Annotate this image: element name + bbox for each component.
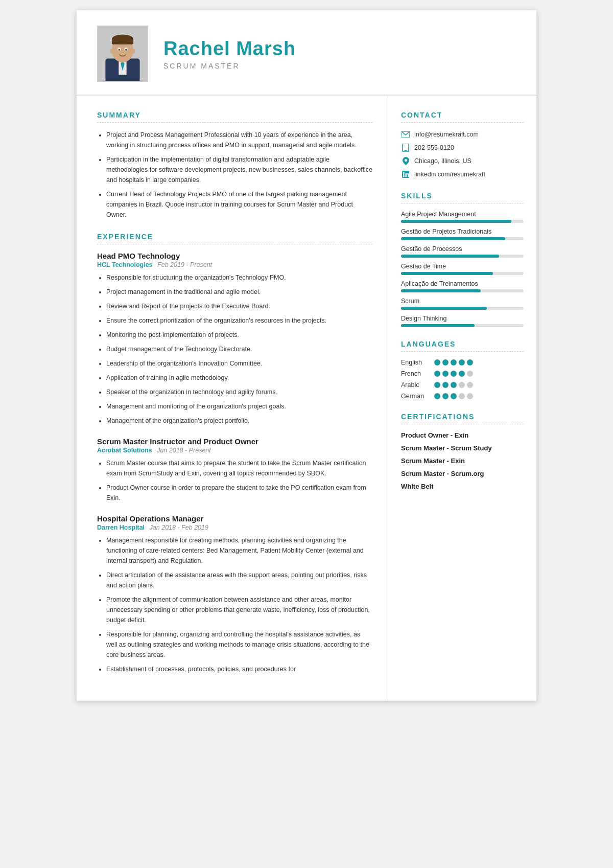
language-item: French [401,370,524,377]
language-dot [442,371,449,377]
job-2-date: Jun 2018 - Present [157,447,211,454]
list-item: Project management in the traditional an… [106,287,372,297]
languages-divider [401,351,524,352]
job-1-bullets: Responsible for structuring the organiza… [97,272,372,426]
list-item: Responsible for structuring the organiza… [106,272,372,283]
languages-title: LANGUAGES [401,340,524,348]
skill-name: Design Thinking [401,315,524,322]
language-dot [467,371,473,377]
email-icon [401,130,410,139]
certifications-title: CERTIFICATIONS [401,413,524,421]
skill-bar-bg [401,272,524,275]
svg-point-10 [125,49,127,51]
skill-bar-fill [401,307,487,310]
list-item: Ensure the correct prioritization of the… [106,315,372,326]
list-item: Establishment of processes, protocols, p… [106,664,372,674]
left-column: SUMMARY Project and Process Management P… [77,96,388,701]
language-item: Arabic [401,381,524,389]
linkedin-icon [401,170,410,179]
language-dot [459,371,465,377]
list-item: Management of the organization's project… [106,416,372,426]
summary-bullet-3: Current Head of Technology Projects PMO … [106,189,372,220]
skills-list: Agile Project Management Gestão de Proje… [401,211,524,327]
language-dot [451,371,457,377]
skills-divider [401,203,524,203]
summary-section: SUMMARY Project and Process Management P… [97,111,372,220]
language-dot [451,359,457,366]
certifications-section: CERTIFICATIONS Product Owner - ExinScrum… [401,413,524,490]
summary-bullet-1: Project and Process Management Professio… [106,130,372,150]
skill-item: Gestão de Processos [401,245,524,258]
job-1-company-line: HCL Technologies Feb 2019 - Present [97,261,372,268]
job-1: Head PMO Technology HCL Technologies Feb… [97,252,372,426]
language-name: English [401,359,434,366]
list-item: Application of training in agile methodo… [106,373,372,383]
certification-item: Scrum Master - Exin [401,457,524,465]
language-dot [434,371,440,377]
language-dots [434,359,473,366]
list-item: Promote the alignment of communication b… [106,595,372,625]
certifications-list: Product Owner - ExinScrum Master - Scrum… [401,431,524,490]
job-1-date: Feb 2019 - Present [157,261,212,268]
language-dots [434,393,473,399]
svg-point-11 [110,49,113,54]
skill-bar-bg [401,324,524,327]
skill-item: Agile Project Management [401,211,524,223]
job-3-bullets: Management responsible for creating meth… [97,535,372,674]
language-item: German [401,393,524,400]
profile-photo [97,26,148,82]
svg-point-9 [119,49,120,51]
email-text: info@resumekraft.com [414,131,479,138]
language-dot [467,393,473,399]
skill-bar-fill [401,237,505,240]
svg-rect-15 [404,150,407,151]
languages-list: EnglishFrenchArabicGerman [401,359,524,400]
job-2-company: Acrobat Solutions [97,447,152,454]
header-info: Rachel Marsh SCRUM MASTER [163,38,296,70]
skill-bar-bg [401,237,524,240]
contact-email-item: info@resumekraft.com [401,130,524,139]
list-item: Scrum Master course that aims to prepare… [106,458,372,478]
summary-bullets: Project and Process Management Professio… [97,130,372,220]
languages-section: LANGUAGES EnglishFrenchArabicGerman [401,340,524,400]
job-1-company: HCL Technologies [97,261,153,268]
skill-bar-fill [401,289,481,292]
contact-divider [401,122,524,123]
language-dot [459,382,465,388]
job-3-title: Hospital Operations Manager [97,514,372,523]
language-dot [467,359,473,366]
job-2-company-line: Acrobat Solutions Jun 2018 - Present [97,447,372,454]
list-item: Review and Report of the projects to the… [106,301,372,311]
job-3-company: Darren Hospital [97,524,145,531]
language-dot [434,359,440,366]
list-item: Speaker of the organization in technolog… [106,387,372,397]
list-item: Budget management of the Technology Dire… [106,344,372,354]
language-dots [434,382,473,388]
skill-item: Gestão de Time [401,263,524,275]
summary-title: SUMMARY [97,111,372,119]
contact-phone-item: 202-555-0120 [401,143,524,152]
language-dot [434,382,440,388]
job-3-date: Jan 2018 - Feb 2019 [150,524,208,531]
experience-divider [97,244,372,244]
language-dot [451,393,457,399]
list-item: Responsible for planning, organizing and… [106,629,372,660]
list-item: Product Owner course in order to prepare… [106,483,372,503]
svg-rect-18 [403,173,405,177]
skills-section: SKILLS Agile Project Management Gestão d… [401,192,524,327]
job-title: SCRUM MASTER [163,62,296,70]
job-1-title: Head PMO Technology [97,252,372,260]
svg-point-19 [403,172,405,173]
contact-location-item: Chicago, Illinois, US [401,156,524,166]
skill-name: Gestão de Projetos Tradicionais [401,228,524,235]
skill-name: Agile Project Management [401,211,524,218]
contact-title: CONTACT [401,111,524,119]
skill-bar-fill [401,272,493,275]
list-item: Management responsible for creating meth… [106,535,372,566]
contact-section: CONTACT info@resumekraft.com [401,111,524,179]
job-2-bullets: Scrum Master course that aims to prepare… [97,458,372,503]
skill-item: Aplicação de Treinamentos [401,280,524,292]
header: Rachel Marsh SCRUM MASTER [77,10,536,96]
job-2: Scrum Master Instructor and Product Owne… [97,437,372,503]
skill-bar-fill [401,324,475,327]
